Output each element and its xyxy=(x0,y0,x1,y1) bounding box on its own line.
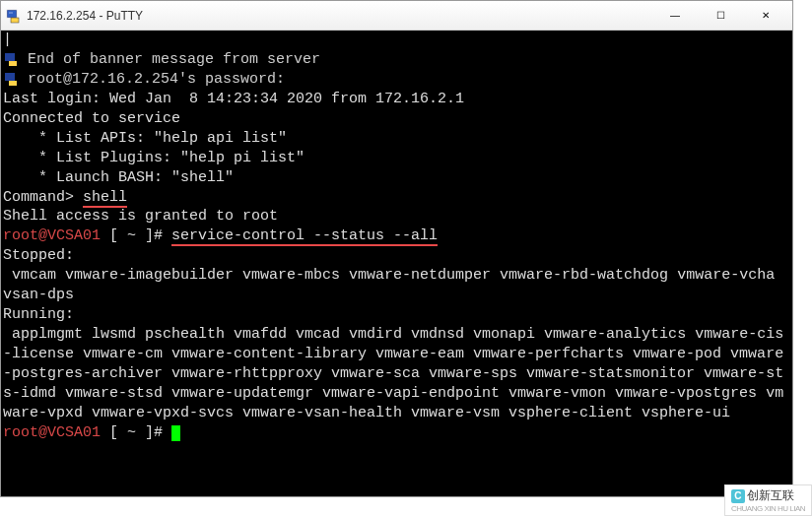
running-label: Running: xyxy=(3,305,790,325)
close-button[interactable]: ✕ xyxy=(743,2,788,30)
svg-rect-7 xyxy=(9,81,17,86)
minimize-button[interactable]: — xyxy=(652,2,698,30)
last-login-line: Last login: Wed Jan 8 14:23:34 2020 from… xyxy=(3,90,790,109)
list-plugins-line: * List Plugins: "help pi list" xyxy=(3,149,790,168)
shell-access-line: Shell access is granted to root xyxy=(3,207,790,226)
terminal-pane[interactable]: | End of banner message from server root… xyxy=(1,31,792,496)
watermark-text: 创新互联 xyxy=(747,488,794,502)
putty-small-icon xyxy=(3,71,19,87)
svg-rect-6 xyxy=(5,73,15,81)
running-services: applmgmt lwsmd pschealth vmafdd vmcad vm… xyxy=(3,325,790,423)
root-prompt-line-2: root@VCSA01 [ ~ ]# xyxy=(3,423,790,443)
password-line: root@172.16.2.254's password: xyxy=(3,70,790,90)
root-path: [ ~ ]# xyxy=(101,227,171,244)
putty-window: 172.16.2.254 - PuTTY — ☐ ✕ | End of bann… xyxy=(0,0,793,497)
shell-command: shell xyxy=(83,189,127,208)
stopped-services: vmcam vmware-imagebuilder vmware-mbcs vm… xyxy=(3,266,790,305)
svg-rect-4 xyxy=(5,53,15,61)
list-apis-line: * List APIs: "help api list" xyxy=(3,129,790,149)
window-controls: — ☐ ✕ xyxy=(652,2,788,30)
terminal-cursor xyxy=(171,425,180,441)
password-suffix: 's password: xyxy=(178,71,285,88)
command-line: Command> shell xyxy=(3,188,790,208)
window-title: 172.16.2.254 - PuTTY xyxy=(27,9,652,23)
root-user: root@VCSA01 xyxy=(3,227,101,244)
cursor-line: | xyxy=(3,31,790,50)
command-prompt: Command> xyxy=(3,189,83,206)
watermark-logo: C xyxy=(731,489,745,503)
root-path: [ ~ ]# xyxy=(101,424,171,441)
putty-icon xyxy=(5,8,21,24)
stopped-label: Stopped: xyxy=(3,246,790,266)
root-user: root@VCSA01 xyxy=(3,424,101,441)
service-command: service-control --status --all xyxy=(171,227,438,246)
svg-rect-5 xyxy=(9,61,17,66)
putty-small-icon xyxy=(3,51,19,67)
watermark-sub: CHUANG XIN HU LIAN xyxy=(731,504,805,513)
banner-text: End of banner message from server xyxy=(19,51,320,68)
maximize-button[interactable]: ☐ xyxy=(698,2,743,30)
connected-line: Connected to service xyxy=(3,109,790,129)
password-user: root@172.16.2.254 xyxy=(19,71,178,88)
svg-rect-2 xyxy=(8,11,16,17)
launch-bash-line: * Launch BASH: "shell" xyxy=(3,168,790,188)
title-bar[interactable]: 172.16.2.254 - PuTTY — ☐ ✕ xyxy=(1,1,792,31)
root-prompt-line: root@VCSA01 [ ~ ]# service-control --sta… xyxy=(3,226,790,246)
svg-rect-1 xyxy=(11,18,19,23)
watermark: C创新互联 CHUANG XIN HU LIAN xyxy=(724,484,812,516)
banner-line: End of banner message from server xyxy=(3,50,790,70)
